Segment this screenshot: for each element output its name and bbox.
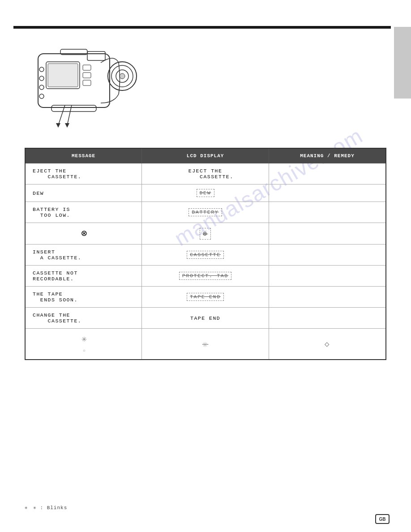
diamond-icon-meaning: ◇: [325, 340, 330, 349]
gb-badge: GB: [375, 514, 390, 524]
svg-rect-8: [87, 51, 105, 60]
cell-lcd: PROTECT. TAB: [142, 266, 269, 287]
cell-lcd: DEW: [142, 184, 269, 202]
svg-point-12: [39, 94, 44, 99]
table-row: ✳○ ✳ ◇: [25, 329, 386, 360]
svg-rect-19: [83, 73, 91, 78]
cell-lcd: CASSETTE: [142, 245, 269, 266]
cell-meaning: [269, 184, 386, 202]
sun-icon-lcd: ✳: [202, 339, 209, 350]
cell-meaning: ◇: [269, 329, 386, 360]
svg-point-11: [39, 85, 44, 90]
lcd-tapeend-blink-display: TAPE END: [187, 293, 224, 301]
svg-line-14: [58, 105, 65, 125]
lcd-battery-display: BATTERY: [188, 208, 222, 216]
camera-illustration: [25, 36, 159, 139]
cell-message: ⊗: [25, 223, 142, 245]
lcd-cassette-display: CASSETTE: [187, 251, 224, 259]
footer-note: ✳ ✳ : Blinks: [25, 505, 67, 511]
cell-meaning: [269, 287, 386, 308]
svg-point-10: [39, 76, 44, 81]
cell-lcd: EJECT THE CASSETTE.: [142, 163, 269, 184]
svg-line-15: [67, 105, 72, 125]
lcd-x-display: ⊗: [200, 228, 211, 240]
cell-lcd: ✳: [142, 329, 269, 360]
svg-rect-13: [51, 105, 96, 112]
lcd-dew-display: DEW: [197, 189, 214, 197]
right-side-tab: [394, 27, 411, 99]
top-divider-bar: [13, 26, 391, 29]
table-row: CASSETTE NOTRECORDABLE. PROTECT. TAB: [25, 266, 386, 287]
cell-meaning: [269, 308, 386, 329]
blink-note-icon: ✳: [25, 505, 28, 511]
svg-rect-18: [83, 65, 91, 70]
table-row: INSERT A CASSETTE. CASSETTE: [25, 245, 386, 266]
table-row: CHANGE THE CASSETTE. TAPE END: [25, 308, 386, 329]
cell-message: DEW: [25, 184, 142, 202]
svg-marker-17: [65, 123, 69, 128]
message-table: MESSAGE LCD DISPLAY MEANING / REMEDY EJE…: [25, 148, 386, 496]
svg-rect-20: [83, 80, 91, 86]
svg-rect-2: [48, 64, 78, 87]
cell-lcd: TAPE END: [142, 287, 269, 308]
cell-message: BATTERY IS TOO LOW.: [25, 202, 142, 223]
table-row: BATTERY IS TOO LOW. BATTERY: [25, 202, 386, 223]
cell-message: INSERT A CASSETTE.: [25, 245, 142, 266]
lcd-tapeend-display: TAPE END: [190, 315, 220, 321]
lcd-protect-display: PROTECT. TAB: [179, 272, 231, 280]
sun-icon-message: ✳○: [81, 334, 88, 355]
cell-message: ✳○: [25, 329, 142, 360]
svg-point-9: [39, 67, 44, 72]
col-header-meaning: MEANING / REMEDY: [269, 148, 386, 163]
cell-meaning: [269, 266, 386, 287]
cell-message: EJECT THE CASSETTE.: [25, 163, 142, 184]
cell-lcd: ⊗: [142, 223, 269, 245]
cell-meaning: [269, 245, 386, 266]
cell-message: CASSETTE NOTRECORDABLE.: [25, 266, 142, 287]
svg-marker-16: [56, 123, 60, 128]
cell-meaning: [269, 202, 386, 223]
col-header-lcd: LCD DISPLAY: [142, 148, 269, 163]
table-row: DEW DEW: [25, 184, 386, 202]
cell-message: CHANGE THE CASSETTE.: [25, 308, 142, 329]
cell-lcd: TAPE END: [142, 308, 269, 329]
table-row: EJECT THE CASSETTE. EJECT THE CASSETTE.: [25, 163, 386, 184]
svg-point-6: [120, 73, 125, 79]
col-header-message: MESSAGE: [25, 148, 142, 163]
cell-message: THE TAPE ENDS SOON.: [25, 287, 142, 308]
blink-note-text: ✳ : Blinks: [33, 505, 67, 511]
cell-lcd: BATTERY: [142, 202, 269, 223]
table-row: ⊗ ⊗: [25, 223, 386, 245]
table-row: THE TAPE ENDS SOON. TAPE END: [25, 287, 386, 308]
cell-meaning: [269, 163, 386, 184]
cell-meaning: [269, 223, 386, 245]
